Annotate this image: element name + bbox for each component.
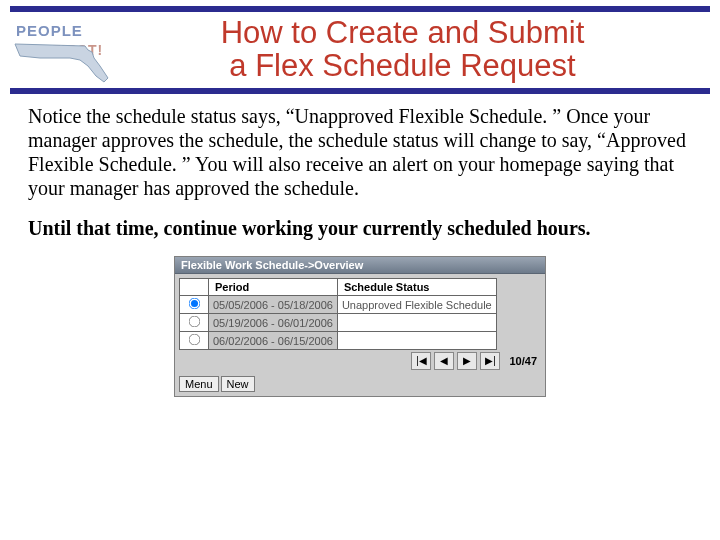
panel-buttons: Menu New xyxy=(175,374,545,396)
menu-button[interactable]: Menu xyxy=(179,376,219,392)
cell-status: Unapproved Flexible Schedule xyxy=(337,296,496,314)
people-first-logo: PEOPLE FIRST! xyxy=(10,16,125,84)
title-line-2: a Flex Schedule Request xyxy=(125,50,680,83)
table-row: 06/02/2006 - 06/15/2006 xyxy=(180,332,497,350)
cell-period: 05/05/2006 - 05/18/2006 xyxy=(209,296,338,314)
panel-body: Period Schedule Status 05/05/2006 - 05/1… xyxy=(175,274,545,374)
paragraph-2: Until that time, continue working your c… xyxy=(28,216,692,240)
paragraph-1: Notice the schedule status says, “Unappr… xyxy=(28,104,692,200)
body-copy: Notice the schedule status says, “Unappr… xyxy=(0,104,720,240)
panel-title: Flexible Work Schedule->Overview xyxy=(175,257,545,274)
col-status: Schedule Status xyxy=(337,279,496,296)
title-underline xyxy=(10,88,710,94)
col-period: Period xyxy=(209,279,338,296)
table-row: 05/05/2006 - 05/18/2006 Unapproved Flexi… xyxy=(180,296,497,314)
col-radio xyxy=(180,279,209,296)
cell-period: 05/19/2006 - 06/01/2006 xyxy=(209,314,338,332)
period-radio[interactable] xyxy=(188,298,200,310)
pager-next-button[interactable]: ▶ xyxy=(457,352,477,370)
table-header-row: Period Schedule Status xyxy=(180,279,497,296)
pager: |◀ ◀ ▶ ▶| 10/47 xyxy=(179,350,541,370)
title-line-1: How to Create and Submit xyxy=(125,17,680,50)
new-button[interactable]: New xyxy=(221,376,255,392)
flexible-schedule-overview-panel: Flexible Work Schedule->Overview Period … xyxy=(174,256,546,397)
pager-prev-button[interactable]: ◀ xyxy=(434,352,454,370)
pager-last-button[interactable]: ▶| xyxy=(480,352,500,370)
period-radio[interactable] xyxy=(188,334,200,346)
table-row: 05/19/2006 - 06/01/2006 xyxy=(180,314,497,332)
cell-status xyxy=(337,332,496,350)
period-radio[interactable] xyxy=(188,316,200,328)
header: PEOPLE FIRST! How to Create and Submit a… xyxy=(0,12,720,84)
cell-period: 06/02/2006 - 06/15/2006 xyxy=(209,332,338,350)
florida-map-icon xyxy=(10,36,125,84)
cell-status xyxy=(337,314,496,332)
schedule-table: Period Schedule Status 05/05/2006 - 05/1… xyxy=(179,278,497,350)
pager-first-button[interactable]: |◀ xyxy=(411,352,431,370)
page-title: How to Create and Submit a Flex Schedule… xyxy=(125,17,710,82)
pager-count: 10/47 xyxy=(509,355,537,367)
